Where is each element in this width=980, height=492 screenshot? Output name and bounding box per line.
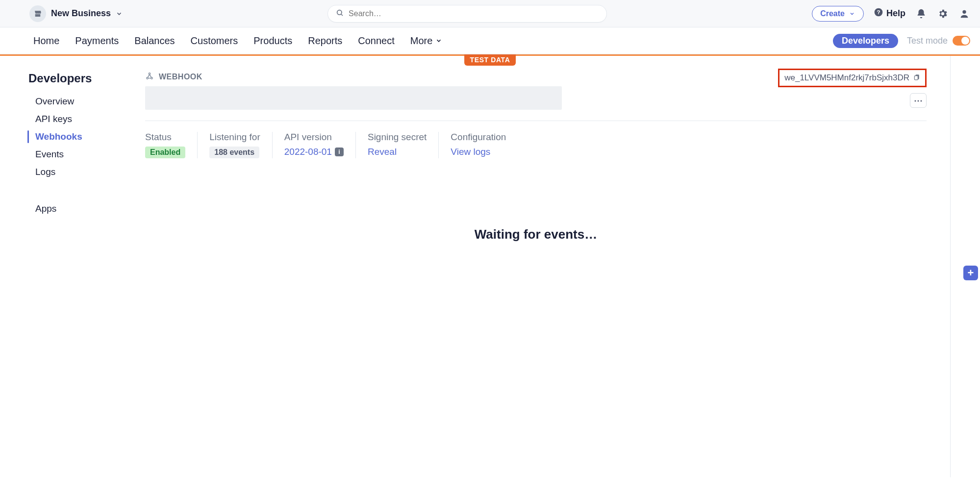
webhook-id: we_1LVVM5HMnf2rkj7rbSjxh3DR — [784, 73, 909, 83]
topbar-right: Create ? Help — [812, 6, 970, 22]
main-nav: Home Payments Balances Customers Product… — [0, 27, 980, 54]
svg-point-0 — [337, 10, 342, 14]
nav-products[interactable]: Products — [253, 35, 292, 47]
profile-button[interactable] — [958, 8, 970, 20]
nav-more[interactable]: More — [410, 35, 443, 47]
business-name: New Business — [51, 8, 111, 19]
nav-connect[interactable]: Connect — [358, 35, 395, 47]
search-input[interactable] — [349, 9, 599, 18]
stat-label: API version — [284, 132, 344, 143]
api-version-link[interactable]: 2022-08-01 i — [284, 147, 344, 157]
webhook-icon — [145, 72, 154, 82]
view-logs-link[interactable]: View logs — [451, 147, 490, 157]
floating-add-button[interactable]: + — [963, 266, 978, 280]
sidebar-item-label: API keys — [35, 114, 72, 124]
stat-label: Signing secret — [368, 132, 427, 143]
svg-point-7 — [149, 73, 150, 74]
stat-label: Configuration — [451, 132, 506, 143]
notifications-button[interactable] — [915, 8, 927, 20]
sidebar-items: Overview API keys Webhooks Events Logs A… — [28, 96, 113, 214]
help-link[interactable]: ? Help — [874, 7, 905, 20]
test-mode-label: Test mode — [907, 36, 948, 46]
test-mode-switch[interactable]: Test mode — [907, 36, 970, 46]
clipboard-icon[interactable] — [913, 73, 920, 83]
store-icon — [29, 5, 46, 22]
help-icon: ? — [874, 7, 883, 20]
nav-more-label: More — [410, 35, 433, 47]
dots-icon: ⋯ — [914, 95, 923, 106]
breadcrumb-label: WEBHOOK — [159, 73, 202, 81]
sidebar-item-overview[interactable]: Overview — [28, 96, 113, 107]
chevron-down-icon — [435, 37, 442, 44]
sidebar-item-label: Overview — [35, 96, 74, 106]
sidebar: Developers Overview API keys Webhooks Ev… — [0, 56, 113, 477]
sidebar-item-api-keys[interactable]: API keys — [28, 114, 113, 124]
nav-home[interactable]: Home — [33, 35, 59, 47]
help-label: Help — [886, 8, 905, 19]
plus-icon: + — [968, 267, 974, 279]
sidebar-item-label: Logs — [35, 167, 55, 177]
test-data-badge: TEST DATA — [464, 54, 516, 66]
endpoint-url-redacted — [145, 86, 562, 110]
toggle-on-icon[interactable] — [953, 36, 970, 46]
test-mode-strip: TEST DATA — [0, 54, 980, 56]
svg-point-5 — [147, 77, 148, 79]
sidebar-divider — [28, 193, 113, 194]
search-icon — [336, 9, 344, 19]
stat-signing-secret: Signing secret Reveal — [356, 132, 439, 158]
stat-listening: Listening for 188 events — [198, 132, 273, 158]
nav-balances[interactable]: Balances — [134, 35, 175, 47]
sidebar-item-webhooks[interactable]: Webhooks — [28, 131, 113, 142]
chevron-down-icon — [849, 10, 855, 17]
chevron-down-icon — [116, 10, 123, 17]
svg-rect-9 — [914, 76, 918, 80]
stats-row: Status Enabled Listening for 188 events … — [145, 132, 927, 158]
sidebar-item-label: Events — [35, 149, 64, 159]
api-version-value: 2022-08-01 — [284, 147, 332, 157]
svg-line-1 — [341, 14, 343, 16]
create-button[interactable]: Create — [812, 6, 864, 22]
sidebar-item-logs[interactable]: Logs — [28, 167, 113, 177]
main-area: Developers Overview API keys Webhooks Ev… — [0, 56, 980, 477]
sidebar-item-apps[interactable]: Apps — [28, 203, 113, 214]
svg-point-4 — [962, 10, 966, 13]
content-header: WEBHOOK we_1LVVM5HMnf2rkj7rbSjxh3DR ⋯ — [145, 72, 927, 110]
business-switcher[interactable]: New Business — [29, 5, 123, 22]
stat-configuration: Configuration View logs — [439, 132, 518, 158]
nav-customers[interactable]: Customers — [191, 35, 238, 47]
info-icon: i — [335, 148, 344, 156]
stat-status: Status Enabled — [145, 132, 198, 158]
status-badge: Enabled — [145, 147, 185, 158]
developers-pill[interactable]: Developers — [833, 34, 898, 48]
nav-payments[interactable]: Payments — [75, 35, 119, 47]
divider — [145, 121, 927, 121]
webhook-id-box[interactable]: we_1LVVM5HMnf2rkj7rbSjxh3DR — [778, 69, 927, 87]
reveal-secret-link[interactable]: Reveal — [368, 147, 397, 157]
topbar: New Business Create ? Help — [0, 0, 980, 27]
svg-point-6 — [151, 77, 152, 79]
svg-text:?: ? — [877, 9, 880, 15]
more-actions-button[interactable]: ⋯ — [910, 93, 927, 108]
events-count-badge[interactable]: 188 events — [209, 147, 259, 158]
waiting-heading: Waiting for events… — [145, 227, 927, 242]
settings-button[interactable] — [937, 8, 949, 20]
stat-label: Status — [145, 132, 185, 143]
sidebar-item-label: Webhooks — [35, 131, 82, 142]
stat-label: Listening for — [209, 132, 260, 143]
sidebar-title: Developers — [28, 72, 113, 85]
sidebar-item-events[interactable]: Events — [28, 149, 113, 160]
nav-reports[interactable]: Reports — [308, 35, 342, 47]
sidebar-item-label: Apps — [35, 203, 56, 214]
content: WEBHOOK we_1LVVM5HMnf2rkj7rbSjxh3DR ⋯ St… — [113, 56, 951, 477]
search-bar[interactable] — [327, 5, 607, 23]
stat-api-version: API version 2022-08-01 i — [273, 132, 356, 158]
create-button-label: Create — [820, 9, 845, 18]
nav-right: Developers Test mode — [833, 34, 970, 48]
